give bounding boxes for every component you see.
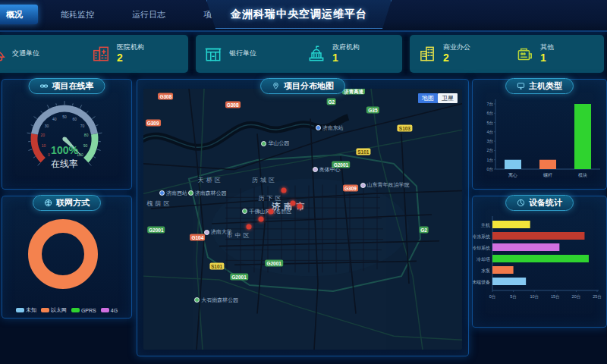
map-poi: 济南西站 <box>159 190 187 197</box>
svg-text:10: 10 <box>42 143 46 148</box>
stat-label: 医院机构 <box>117 43 144 52</box>
panel-online-rate-header: 项目在线率 <box>29 78 105 94</box>
link-icon <box>40 82 49 90</box>
panel-project-map: 项目分布地图 <box>137 79 469 356</box>
map-road-shield: G309 <box>146 119 161 126</box>
network-donut-chart <box>2 210 131 298</box>
panel-title: 联网方式 <box>56 197 90 209</box>
svg-text:10台: 10台 <box>530 294 539 299</box>
stat-value: 1 <box>332 52 360 65</box>
legend-item-GPRS[interactable]: GPRS <box>71 308 96 313</box>
map-poi-dot <box>316 125 321 130</box>
stat-value: 2 <box>117 52 144 65</box>
stat-item-1: 医院机构2 <box>83 43 188 65</box>
map-road-shield: S101 <box>209 262 224 269</box>
stat-item-5: 其他1 <box>507 43 604 65</box>
svg-text:0: 0 <box>48 152 50 157</box>
map-poi-dot <box>313 167 318 172</box>
stat-item-2: 银行单位 <box>196 44 299 64</box>
globe-icon <box>44 199 52 207</box>
svg-text:80: 80 <box>84 133 89 137</box>
panel-title: 项目分布地图 <box>284 80 334 92</box>
map-poi-dot <box>242 209 247 214</box>
map-canvas[interactable]: 天桥区历城区历下区槐荫区市中区济南市G308G309G308G309G104S1… <box>143 89 462 350</box>
svg-text:4台: 4台 <box>486 130 493 134</box>
stat-label: 其他 <box>540 43 554 52</box>
stat-card-group-1: 银行单位政府机构1 <box>196 35 402 73</box>
nav-tab-0[interactable]: 概况 <box>0 5 38 24</box>
svg-text:主机: 主机 <box>481 222 490 228</box>
stat-card-group-2: 商业办公2其他1 <box>410 35 604 73</box>
panel-title: 项目在线率 <box>52 80 94 92</box>
svg-text:水泵: 水泵 <box>481 268 490 273</box>
map-district-label: 天桥区 <box>198 176 223 184</box>
top-nav: 概况能耗监控运行日志项目列表视频监控 金洲科瑞中央空调运维平台 <box>0 0 607 32</box>
legend-item-未知[interactable]: 未知 <box>16 306 36 314</box>
map-poi: 山东青年政治学院 <box>360 181 410 189</box>
panel-device-stats: 设备统计 主机冷冻系统冷却系统冷却塔水泵末端设备0台5台10台15台20台25台 <box>472 196 607 328</box>
svg-text:20: 20 <box>41 133 46 137</box>
svg-text:40: 40 <box>52 117 57 121</box>
panel-network-type-header: 联网方式 <box>33 195 101 211</box>
map-road-shield: G2001 <box>265 260 283 267</box>
svg-text:15台: 15台 <box>551 294 560 299</box>
map-road-shield: G308 <box>158 93 173 100</box>
bank-icon <box>203 44 223 64</box>
svg-text:冷冻系统: 冷冻系统 <box>473 234 491 240</box>
map-pin-icon <box>272 82 280 90</box>
svg-text:冷却系统: 冷却系统 <box>473 245 491 251</box>
stat-cards-row: 交通单位医院机构2银行单位政府机构1商业办公2其他1 <box>0 35 607 74</box>
legend-item-以太网[interactable]: 以太网 <box>41 306 67 314</box>
svg-text:2台: 2台 <box>486 148 493 152</box>
project-marker[interactable] <box>291 201 296 206</box>
project-marker[interactable] <box>297 203 302 209</box>
project-marker[interactable] <box>246 224 251 230</box>
svg-text:7台: 7台 <box>486 102 493 106</box>
nav-tab-1[interactable]: 能耗监控 <box>46 5 109 24</box>
transport-icon <box>0 44 6 64</box>
svg-text:30: 30 <box>45 124 49 128</box>
government-icon <box>307 44 326 64</box>
map-poi: 华山公园 <box>261 140 289 147</box>
panel-host-type-header: 主机类型 <box>505 78 574 94</box>
svg-text:90: 90 <box>83 143 88 148</box>
legend-item-4G[interactable]: 4G <box>101 308 118 313</box>
svg-text:6台: 6台 <box>486 111 493 115</box>
project-marker[interactable] <box>259 217 264 222</box>
svg-text:50: 50 <box>62 115 67 119</box>
office-icon <box>417 44 437 64</box>
svg-text:25台: 25台 <box>593 294 602 299</box>
map-road-shield: G35 <box>366 106 379 113</box>
panel-host-type: 主机类型 0台1台2台3台4台5台6台7台离心螺杆模块 <box>472 79 607 190</box>
stat-label: 商业办公 <box>443 43 470 52</box>
map-road-shield: G2 <box>419 226 429 233</box>
stat-label: 政府机构 <box>332 43 360 52</box>
map-road-shield: G309 <box>343 184 358 191</box>
map-poi: 千佛山风景名胜区 <box>242 208 291 215</box>
map-road-shield: 济青高速 <box>342 89 365 95</box>
nav-tab-2[interactable]: 运行日志 <box>117 5 181 24</box>
pie-chart-icon <box>517 199 525 207</box>
app-title-text: 金洲科瑞中央空调运维平台 <box>231 8 367 21</box>
svg-text:0台: 0台 <box>489 294 496 299</box>
monitor-icon <box>517 82 525 90</box>
map-district-label: 槐荫区 <box>147 199 172 208</box>
map-mode-satellite-button[interactable]: 卫星 <box>438 93 458 103</box>
project-marker[interactable] <box>269 209 274 214</box>
svg-text:螺杆: 螺杆 <box>543 172 552 177</box>
svg-text:1台: 1台 <box>486 158 493 162</box>
svg-text:5台: 5台 <box>486 121 493 125</box>
map-poi-dot <box>188 190 193 196</box>
svg-text:3台: 3台 <box>486 139 493 143</box>
stat-label: 银行单位 <box>229 49 256 58</box>
project-marker[interactable] <box>281 188 286 193</box>
stat-item-3: 政府机构1 <box>299 43 402 65</box>
panel-online-rate: 项目在线率 0102030405060708090100100%在线率 <box>2 79 132 190</box>
svg-text:冷却塔: 冷却塔 <box>476 257 490 262</box>
map-road-shield: S103 <box>398 124 412 131</box>
svg-text:在线率: 在线率 <box>51 158 78 169</box>
map-mode-map-button[interactable]: 地图 <box>418 93 438 103</box>
panel-device-stats-header: 设备统计 <box>505 195 574 211</box>
dashboard: 概况能耗监控运行日志项目列表视频监控 金洲科瑞中央空调运维平台 交通单位医院机构… <box>0 0 607 364</box>
panel-project-map-header: 项目分布地图 <box>260 78 345 94</box>
